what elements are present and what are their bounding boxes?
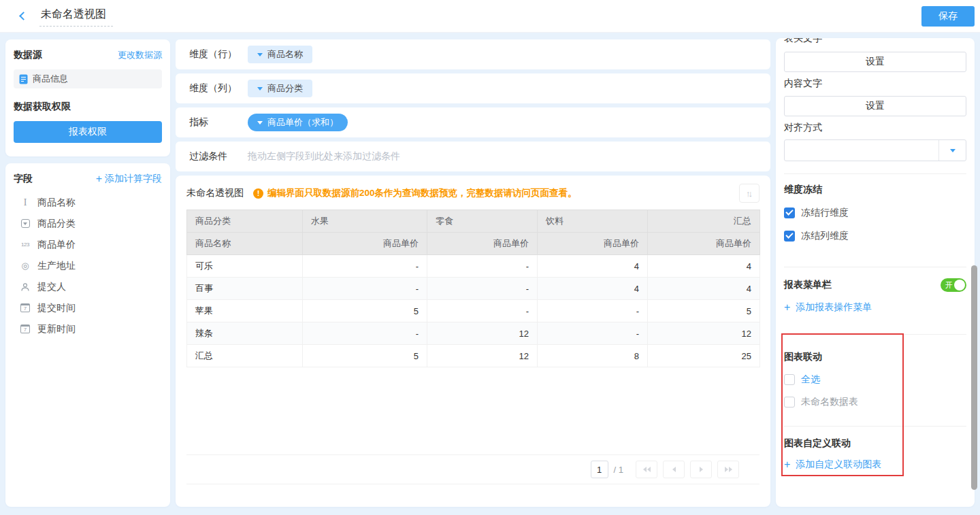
- prev-page-button[interactable]: [663, 461, 685, 478]
- back-button[interactable]: [14, 8, 30, 24]
- freeze-col-checkbox[interactable]: 冻结列维度: [784, 230, 966, 242]
- person-icon: [19, 282, 31, 292]
- field-item[interactable]: 提交人: [14, 276, 162, 297]
- checkbox-checked-icon: [784, 207, 795, 218]
- filter-label: 过滤条件: [189, 150, 248, 163]
- field-item[interactable]: 7 提交时间: [14, 297, 162, 318]
- header-cell: 商品名称: [187, 233, 303, 255]
- metric-tag-label: 商品单价（求和）: [267, 116, 338, 129]
- custom-linkage-title: 图表自定义联动: [784, 437, 966, 450]
- table-row: 辣条 - 12 - 12: [187, 322, 760, 345]
- text-field-icon: I: [19, 197, 31, 208]
- table-cell: 12: [648, 322, 760, 345]
- field-item[interactable]: 7 更新时间: [14, 318, 162, 339]
- table-cell: -: [427, 300, 538, 322]
- field-label: 商品分类: [37, 218, 76, 230]
- table-cell: 苹果: [187, 300, 303, 322]
- header-cell: 商品单价: [538, 233, 648, 255]
- table-cell: -: [303, 255, 427, 278]
- page-title[interactable]: 未命名透视图: [39, 6, 113, 27]
- datasource-item[interactable]: 商品信息: [14, 69, 162, 88]
- table-cell: 8: [538, 345, 648, 367]
- field-item[interactable]: I 商品名称: [14, 192, 162, 213]
- table-cell: 5: [303, 300, 427, 322]
- scrollbar-thumb[interactable]: [971, 265, 977, 490]
- header-text-set-button[interactable]: 设置: [784, 52, 966, 72]
- preview-title: 未命名透视图: [186, 187, 244, 199]
- freeze-title: 维度冻结: [784, 184, 966, 196]
- caret-down-icon: [257, 121, 263, 124]
- col-dimension-tag[interactable]: 商品分类: [248, 80, 312, 97]
- fields-title: 字段: [14, 173, 33, 185]
- header-cell: 水果: [303, 210, 427, 233]
- sort-icon[interactable]: ↑↓: [739, 184, 760, 203]
- row-dimension-row: 维度（行） 商品名称: [176, 39, 770, 69]
- add-report-menu-link[interactable]: + 添加报表操作菜单: [784, 301, 966, 314]
- checkbox-empty-icon: [784, 374, 795, 385]
- plus-icon: +: [96, 174, 102, 184]
- table-cell: 12: [427, 345, 538, 367]
- add-report-menu-label: 添加报表操作菜单: [796, 301, 872, 314]
- freeze-row-checkbox[interactable]: 冻结行维度: [784, 207, 966, 219]
- first-page-button[interactable]: [636, 461, 657, 478]
- calendar-icon: 7: [19, 303, 31, 312]
- next-page-button[interactable]: [690, 461, 712, 478]
- linkage-table-label: 未命名数据表: [801, 396, 858, 408]
- field-item[interactable]: ◎ 生产地址: [14, 255, 162, 276]
- table-cell: -: [427, 255, 538, 278]
- table-row: 百事 - - 4 4: [187, 278, 760, 300]
- back-icon: [19, 12, 28, 20]
- checkbox-checked-icon: [784, 231, 795, 242]
- datasource-title: 数据源: [14, 49, 42, 61]
- filter-row[interactable]: 过滤条件 拖动左侧字段到此处来添加过滤条件: [176, 142, 770, 171]
- change-datasource-link[interactable]: 更改数据源: [118, 49, 162, 61]
- linkage-select-all-checkbox[interactable]: 全选: [784, 373, 966, 386]
- table-row: 汇总 5 12 8 25: [187, 345, 760, 367]
- header-cell: 商品单价: [427, 233, 538, 255]
- field-item[interactable]: 123 商品单价: [14, 234, 162, 255]
- datasource-panel: 数据源 更改数据源 商品信息 数据获取权限 报表权限: [5, 39, 170, 156]
- table-cell: 辣条: [187, 322, 303, 345]
- datasource-item-label: 商品信息: [33, 73, 68, 85]
- menu-bar-toggle[interactable]: 开: [941, 278, 966, 292]
- table-row: 苹果 5 - - 5: [187, 300, 760, 322]
- content-text-label: 内容文字: [784, 78, 966, 90]
- metric-row: 指标 商品单价（求和）: [176, 107, 770, 137]
- freeze-col-label: 冻结列维度: [801, 230, 849, 242]
- add-calc-field-link[interactable]: + 添加计算字段: [96, 173, 162, 185]
- preview-warning: ! 编辑界面只取数据源前200条作为查询数据预览，完整数据请访问页面查看。: [253, 187, 577, 199]
- table-cell: 汇总: [187, 345, 303, 367]
- field-label: 商品名称: [37, 197, 76, 209]
- report-permission-button[interactable]: 报表权限: [14, 121, 162, 143]
- field-label: 商品单价: [37, 239, 76, 251]
- table-cell: -: [303, 322, 427, 345]
- field-label: 提交时间: [37, 302, 76, 314]
- table-cell: -: [538, 300, 648, 322]
- table-cell: 4: [538, 255, 648, 278]
- header-cell: 饮料: [538, 210, 648, 233]
- table-cell: 百事: [187, 278, 303, 300]
- align-select[interactable]: [784, 139, 966, 161]
- select-field-icon: [19, 219, 31, 228]
- freeze-row-label: 冻结行维度: [801, 207, 849, 219]
- table-cell: -: [303, 278, 427, 300]
- content-text-set-button[interactable]: 设置: [784, 96, 966, 116]
- add-custom-linkage-link[interactable]: + 添加自定义联动图表: [784, 459, 966, 471]
- linkage-table-checkbox[interactable]: 未命名数据表: [784, 396, 966, 408]
- table-header-row: 商品分类 水果 零食 饮料 汇总: [187, 210, 760, 233]
- metric-label: 指标: [189, 116, 248, 129]
- plus-icon: +: [784, 460, 790, 469]
- field-item[interactable]: 商品分类: [14, 213, 162, 234]
- metric-tag[interactable]: 商品单价（求和）: [248, 114, 348, 131]
- row-dimension-tag[interactable]: 商品名称: [248, 46, 312, 63]
- preview-panel: 未命名透视图 ! 编辑界面只取数据源前200条作为查询数据预览，完整数据请访问页…: [176, 176, 770, 507]
- table-cell: 5: [648, 300, 760, 322]
- file-icon: [19, 74, 28, 84]
- filter-placeholder: 拖动左侧字段到此处来添加过滤条件: [248, 150, 400, 163]
- number-field-icon: 123: [19, 242, 31, 248]
- save-button[interactable]: 保存: [921, 6, 975, 27]
- page-input[interactable]: 1: [591, 461, 608, 478]
- col-dimension-row: 维度（列） 商品分类: [176, 73, 770, 103]
- table-cell: -: [427, 278, 538, 300]
- last-page-button[interactable]: [717, 461, 739, 478]
